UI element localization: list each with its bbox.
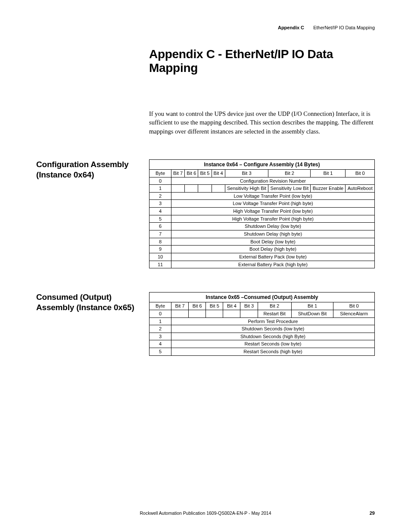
cell-byte: 1 [149,185,171,193]
section-heading-consumed: Consumed (Output) Assembly (Instance 0x6… [36,292,149,355]
cell-byte: 1 [149,317,171,325]
table-header-row: Byte Bit 7 Bit 6 Bit 5 Bit 4 Bit 3 Bit 2… [149,302,375,310]
table-row: 11External Battery Pack (high byte) [149,261,375,268]
cell-full: External Battery Pack (high byte) [171,261,375,268]
col-bit6: Bit 6 [189,302,206,310]
cell-bit6 [185,185,198,193]
table-consumed-assembly: Instance 0x65 –Consumed (Output) Assembl… [149,292,375,355]
cell-full: High Voltage Transfer Point (high byte) [171,215,375,223]
cell-byte: 0 [149,310,171,317]
header-appendix: Appendix C [278,25,304,30]
cell-bit2: Restart Bit [258,310,291,317]
table-row: 9Boot Delay (high byte) [149,246,375,253]
cell-bit2: Sensitivity Low Bit [268,185,311,193]
col-bit7: Bit 7 [171,302,189,310]
cell-byte: 3 [149,200,171,208]
cell-byte: 5 [149,348,171,356]
cell-bit0: AutoReboot [346,185,375,193]
cell-bit7 [171,185,185,193]
cell-full: Perform Test Procedure [171,317,375,325]
section-config-assembly: Configuration Assembly (Instance 0x64) I… [36,159,375,268]
cell-full: Low Voltage Transfer Point (high byte) [171,200,375,208]
cell-bit3: Sensitivity High Bit [225,185,268,193]
cell-full: Restart Seconds (high byte) [171,348,375,356]
col-bit4: Bit 4 [212,169,225,177]
table-row: 5High Voltage Transfer Point (high byte) [149,215,375,223]
table-row: 3Shutdown Seconds (high Byte) [149,333,375,340]
table-row: 8Boot Delay (low byte) [149,238,375,246]
col-bit6: Bit 6 [185,169,198,177]
col-bit7: Bit 7 [171,169,185,177]
cell-full: Shutdown Delay (low byte) [171,223,375,230]
cell-byte: 5 [149,215,171,223]
table-caption: Instance 0x65 –Consumed (Output) Assembl… [149,292,375,302]
col-bit0: Bit 0 [333,302,375,310]
cell-bit4 [212,185,225,193]
cell-bit4 [223,310,240,317]
table-row: 2Shutdown Seconds (low byte) [149,325,375,333]
cell-full: External Battery Pack (low byte) [171,253,375,261]
table-row: 4High Voltage Transfer Point (low byte) [149,208,375,215]
table-row: 1 Sensitivity High Bit Sensitivity Low B… [149,185,375,193]
cell-byte: 7 [149,230,171,238]
col-bit2: Bit 2 [258,302,291,310]
col-bit3: Bit 3 [225,169,268,177]
table-row: 0 Configuration Revision Number [149,177,375,185]
cell-full: Configuration Revision Number [171,177,375,185]
table-row: 1Perform Test Procedure [149,317,375,325]
footer-publication: Rockwell Automation Publication 1609-QS0… [0,510,411,516]
cell-full: Shutdown Seconds (high Byte) [171,333,375,340]
cell-byte: 4 [149,208,171,215]
table-header-row: Byte Bit 7 Bit 6 Bit 5 Bit 4 Bit 3 Bit 2… [149,169,375,177]
col-bit3: Bit 3 [240,302,258,310]
col-byte: Byte [149,302,171,310]
col-byte: Byte [149,169,171,177]
cell-byte: 3 [149,333,171,340]
col-bit1: Bit 1 [311,169,346,177]
table-row: 10External Battery Pack (low byte) [149,253,375,261]
table-row: 3Low Voltage Transfer Point (high byte) [149,200,375,208]
cell-full: Boot Delay (low byte) [171,238,375,246]
cell-bit7 [171,310,189,317]
cell-bit1: Buzzer Enable [311,185,346,193]
section-heading-config: Configuration Assembly (Instance 0x64) [36,159,149,268]
cell-bit0: SilenceAlarm [333,310,375,317]
cell-byte: 2 [149,192,171,200]
table-config-assembly: Instance 0x64 – Configure Assembly (14 B… [149,159,375,268]
cell-byte: 11 [149,261,171,268]
table-caption: Instance 0x64 – Configure Assembly (14 B… [149,159,375,169]
table-row: 7Shutdown Delay (high byte) [149,230,375,238]
cell-byte: 8 [149,238,171,246]
cell-full: Shutdown Delay (high byte) [171,230,375,238]
table-row: 5Restart Seconds (high byte) [149,348,375,356]
cell-full: Low Voltage Transfer Point (low byte) [171,192,375,200]
cell-full: Restart Seconds (low byte) [171,340,375,348]
cell-bit3 [240,310,258,317]
section-consumed-assembly: Consumed (Output) Assembly (Instance 0x6… [36,292,375,355]
cell-bit5 [198,185,212,193]
header-chapter: EtherNet/IP IO Data Mapping [313,25,375,30]
running-header: Appendix C EtherNet/IP IO Data Mapping [36,25,375,30]
cell-byte: 0 [149,177,171,185]
cell-bit5 [206,310,223,317]
table-row: 4Restart Seconds (low byte) [149,340,375,348]
cell-byte: 10 [149,253,171,261]
intro-paragraph: If you want to control the UPS device ju… [149,109,375,136]
page-number: 29 [370,510,375,516]
col-bit1: Bit 1 [291,302,333,310]
cell-byte: 4 [149,340,171,348]
table-row: 2Low Voltage Transfer Point (low byte) [149,192,375,200]
cell-bit1: ShutDown Bit [291,310,333,317]
table-row: 0 Restart Bit ShutDown Bit SilenceAlarm [149,310,375,317]
col-bit2: Bit 2 [268,169,311,177]
table-row: 6Shutdown Delay (low byte) [149,223,375,230]
col-bit5: Bit 5 [198,169,212,177]
page-title: Appendix C - EtherNet/IP IO Data Mapping [149,47,375,75]
cell-byte: 9 [149,246,171,253]
col-bit4: Bit 4 [223,302,240,310]
col-bit5: Bit 5 [206,302,223,310]
cell-byte: 2 [149,325,171,333]
cell-full: Boot Delay (high byte) [171,246,375,253]
col-bit0: Bit 0 [346,169,375,177]
cell-byte: 6 [149,223,171,230]
